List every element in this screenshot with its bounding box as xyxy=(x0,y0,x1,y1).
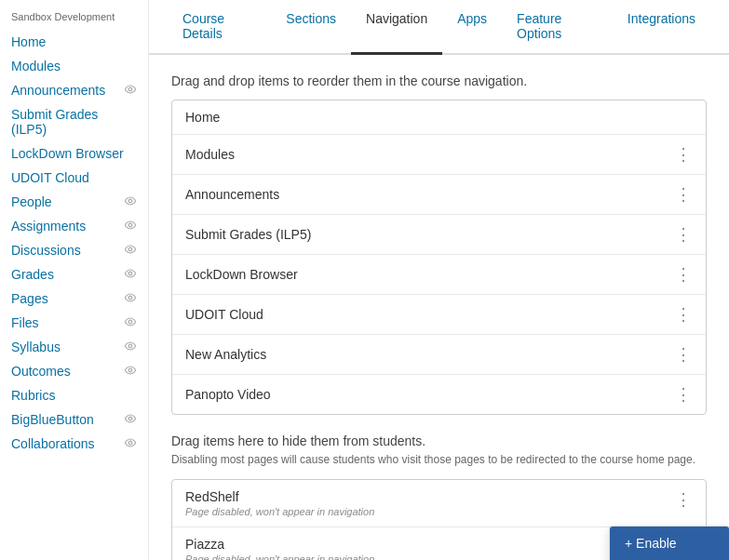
nav-item-label: Panopto Video xyxy=(185,387,271,402)
hidden-item-sub: Page disabled, won't appear in navigatio… xyxy=(185,506,374,517)
svg-point-9 xyxy=(128,417,132,420)
sidebar-item-outcomes[interactable]: Outcomes xyxy=(0,359,148,383)
nav-item-label: Modules xyxy=(185,147,235,162)
svg-point-10 xyxy=(128,441,132,445)
nav-item-label: New Analytics xyxy=(185,347,266,362)
enable-label: + Enable xyxy=(625,536,677,551)
sidebar-item-label: People xyxy=(11,194,52,209)
eye-icon xyxy=(124,365,137,378)
content-area: Drag and drop items to reorder them in t… xyxy=(149,55,729,560)
sidebar-item-files[interactable]: Files xyxy=(0,311,148,335)
dots-icon[interactable]: ⋮ xyxy=(675,144,693,165)
nav-item-label: Submit Grades (ILP5) xyxy=(185,227,311,242)
nav-item[interactable]: UDOIT Cloud⋮ xyxy=(172,295,706,335)
hidden-item[interactable]: RedShelfPage disabled, won't appear in n… xyxy=(172,480,706,527)
hidden-item-text: RedShelfPage disabled, won't appear in n… xyxy=(185,489,374,517)
dots-icon[interactable]: ⋮ xyxy=(675,264,693,285)
tab-apps[interactable]: Apps xyxy=(442,0,502,55)
sidebar-item-people[interactable]: People xyxy=(0,190,148,214)
sidebar-item-bigbluebutton[interactable]: BigBlueButton xyxy=(0,407,148,432)
svg-point-4 xyxy=(128,272,132,275)
svg-point-7 xyxy=(128,344,132,348)
nav-item[interactable]: LockDown Browser⋮ xyxy=(172,255,706,295)
nav-list-box: Home Modules⋮Announcements⋮Submit Grades… xyxy=(171,100,707,415)
eye-icon xyxy=(124,413,137,426)
eye-icon xyxy=(124,244,137,257)
sidebar-item-label: Home xyxy=(11,34,46,49)
hidden-item-name: Piazza xyxy=(185,537,374,552)
hidden-item-text: PiazzaPage disabled, won't appear in nav… xyxy=(185,537,374,560)
sidebar-item-label: Announcements xyxy=(11,83,105,98)
hide-hint: Drag items here to hide them from studen… xyxy=(171,433,707,448)
nav-item[interactable]: New Analytics⋮ xyxy=(172,335,706,375)
sidebar-item-label: LockDown Browser xyxy=(11,146,124,161)
dots-icon[interactable]: ⋮ xyxy=(675,489,693,510)
sidebar-item-label: Submit Grades (ILP5) xyxy=(11,107,137,137)
sidebar-item-announcements[interactable]: Announcements xyxy=(0,78,148,102)
main-content: Course DetailsSectionsNavigationAppsFeat… xyxy=(149,0,729,560)
svg-point-5 xyxy=(128,296,132,300)
svg-point-2 xyxy=(128,223,132,227)
eye-icon xyxy=(124,220,137,233)
svg-point-8 xyxy=(128,368,132,372)
svg-point-3 xyxy=(128,247,132,251)
tabs-bar: Course DetailsSectionsNavigationAppsFeat… xyxy=(149,0,729,55)
nav-item-label: UDOIT Cloud xyxy=(185,307,263,322)
svg-point-1 xyxy=(128,199,132,203)
eye-icon xyxy=(124,84,137,97)
eye-icon xyxy=(124,437,137,450)
sidebar-item-label: Outcomes xyxy=(11,364,71,379)
sidebar-item-modules[interactable]: Modules xyxy=(0,54,148,78)
sidebar-item-label: BigBlueButton xyxy=(11,412,94,427)
nav-item[interactable]: Submit Grades (ILP5)⋮ xyxy=(172,215,706,255)
sidebar-item-label: Syllabus xyxy=(11,340,61,354)
sidebar-item-discussions[interactable]: Discussions xyxy=(0,238,148,262)
eye-icon xyxy=(124,340,137,353)
enable-button[interactable]: + Enable xyxy=(610,527,729,560)
svg-point-6 xyxy=(128,320,132,324)
nav-item[interactable]: Modules⋮ xyxy=(172,135,706,175)
dots-icon[interactable]: ⋮ xyxy=(675,304,693,325)
hidden-section: RedShelfPage disabled, won't appear in n… xyxy=(171,479,707,560)
eye-icon xyxy=(124,292,137,305)
nav-item[interactable]: Announcements⋮ xyxy=(172,175,706,215)
sidebar-item-collaborations[interactable]: Collaborations xyxy=(0,432,148,456)
svg-point-0 xyxy=(128,87,132,91)
sidebar-item-label: UDOIT Cloud xyxy=(11,170,89,185)
sidebar-item-submit-grades-(ilp5)[interactable]: Submit Grades (ILP5) xyxy=(0,102,148,141)
hidden-item-name: RedShelf xyxy=(185,489,374,504)
sidebar-item-grades[interactable]: Grades xyxy=(0,262,148,287)
hidden-item-sub: Page disabled, won't appear in navigatio… xyxy=(185,553,374,560)
tab-sections[interactable]: Sections xyxy=(271,0,351,55)
sidebar-item-rubrics[interactable]: Rubrics xyxy=(0,383,148,407)
dots-icon[interactable]: ⋮ xyxy=(675,344,693,365)
sidebar-item-label: Assignments xyxy=(11,219,86,233)
sidebar-item-label: Modules xyxy=(11,59,61,73)
sidebar-env: Sandbox Development xyxy=(0,7,148,30)
sidebar-item-lockdown-browser[interactable]: LockDown Browser xyxy=(0,141,148,166)
eye-icon xyxy=(124,316,137,329)
sidebar-item-syllabus[interactable]: Syllabus xyxy=(0,335,148,359)
dots-icon[interactable]: ⋮ xyxy=(675,384,693,405)
drag-hint: Drag and drop items to reorder them in t… xyxy=(171,73,707,88)
tab-course-details[interactable]: Course Details xyxy=(168,0,271,55)
nav-item[interactable]: Panopto Video⋮ xyxy=(172,375,706,414)
sidebar-item-label: Files xyxy=(11,315,39,330)
sidebar-item-udoit-cloud[interactable]: UDOIT Cloud xyxy=(0,166,148,190)
nav-item-home[interactable]: Home xyxy=(172,100,706,135)
context-menu: + Enable ↕ Move xyxy=(609,526,729,560)
tab-integrations[interactable]: Integrations xyxy=(613,0,710,55)
sidebar-item-pages[interactable]: Pages xyxy=(0,287,148,311)
sidebar-item-label: Rubrics xyxy=(11,388,55,403)
sidebar-item-assignments[interactable]: Assignments xyxy=(0,214,148,238)
sidebar-item-label: Grades xyxy=(11,267,54,282)
sidebar: Sandbox Development HomeModulesAnnouncem… xyxy=(0,0,149,560)
eye-icon xyxy=(124,268,137,281)
tab-navigation[interactable]: Navigation xyxy=(351,0,442,55)
sidebar-item-home[interactable]: Home xyxy=(0,30,148,54)
tab-feature-options[interactable]: Feature Options xyxy=(502,0,613,55)
dots-icon[interactable]: ⋮ xyxy=(675,224,693,245)
hide-sub-hint: Disabling most pages will cause students… xyxy=(171,452,707,468)
sidebar-item-label: Collaborations xyxy=(11,436,95,451)
dots-icon[interactable]: ⋮ xyxy=(675,184,693,205)
